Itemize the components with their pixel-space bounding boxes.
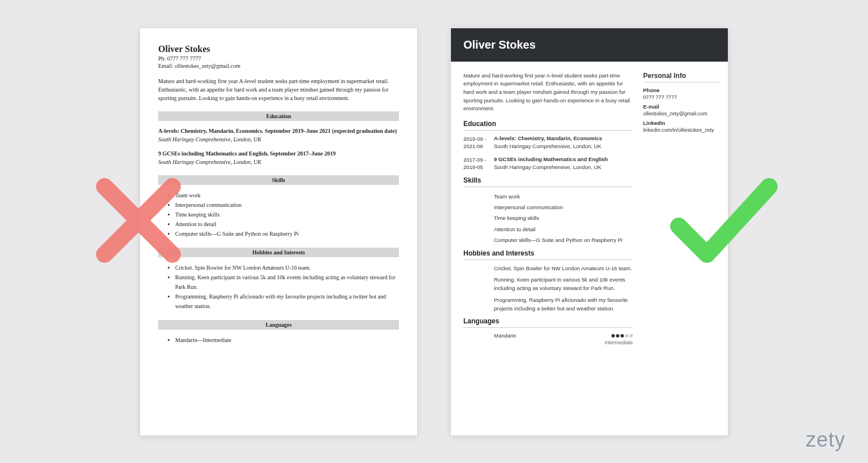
edu-row: 2019-09 - 2021-06 A-levels: Chemistry, M… <box>463 135 633 150</box>
section-skills: Skills <box>463 176 633 187</box>
edu2-date: 2017-09 - 2019-05 <box>463 156 494 171</box>
hobby-item: Running. Keen participant in various 5k … <box>175 272 399 292</box>
skill-item: Time keeping skills <box>494 213 633 223</box>
edu1-sub: South Haringay Comprehensive, London, UK <box>494 143 633 149</box>
name: Oliver Stokes <box>463 38 715 51</box>
hobby-item: Running. Keen participant in various 5k … <box>494 276 633 292</box>
section-education: Education <box>463 120 633 131</box>
section-languages: Languages <box>158 320 399 330</box>
edu2-title: 9 GCSEs including Mathematics and Englis… <box>494 156 633 162</box>
rating-dots-icon <box>611 334 633 337</box>
edu-row: 2017-09 - 2019-05 9 GCSEs including Math… <box>463 156 633 171</box>
skill-item: Team work <box>494 192 633 201</box>
summary: Mature and hard-working first year A-lev… <box>463 72 633 114</box>
main-column: Mature and hard-working first year A-lev… <box>451 62 643 435</box>
header: Oliver Stokes <box>451 28 728 62</box>
phone-label: Phone <box>643 87 720 93</box>
skill-item: Team work <box>175 191 399 200</box>
sidebar-title: Personal Info <box>643 72 720 83</box>
hobby-item: Programming. Raspberry Pi aficionado wit… <box>175 292 399 311</box>
section-education: Education <box>158 111 399 121</box>
lang-item: Mandarin—Intermediate <box>175 335 399 345</box>
email-value: olliestokes_zety@gmail.com <box>643 111 720 116</box>
check-icon <box>662 164 786 277</box>
skill-item: Attention to detail <box>175 219 399 229</box>
name: Oliver Stokes <box>158 44 399 54</box>
languages-list: Mandarin—Intermediate <box>158 335 399 345</box>
hobby-item: Programming. Raspberry Pi aficionado wit… <box>494 296 633 313</box>
skill-item: Computer skills—G Suite and Python on Ra… <box>175 229 399 239</box>
linkedin-value: linkedin.com/in/olliestokes_zety <box>643 127 720 133</box>
brand-logo: zety <box>806 428 845 452</box>
linkedin-label: LinkedIn <box>643 120 720 126</box>
skill-item: Attention to detail <box>494 224 633 234</box>
lang-level: Intermediate <box>463 340 633 345</box>
cross-icon <box>82 164 195 277</box>
hobbies-list: Cricket. Spin Bowler for NW London Amate… <box>463 265 633 313</box>
edu2-title: 9 GCSEs including Mathematics and Englis… <box>158 149 399 158</box>
lang-name: Mandarin <box>494 332 517 339</box>
skill-item: Computer skills—G Suite and Python on Ra… <box>494 235 633 245</box>
skill-item: Interpersonal communication <box>494 202 633 212</box>
section-languages: Languages <box>463 317 633 328</box>
hobby-item: Cricket. Spin Bowler for NW London Amate… <box>494 265 633 273</box>
skills-list: Team work Interpersonal communication Ti… <box>463 192 633 244</box>
phone-value: 0777 777 7777 <box>643 94 720 100</box>
phone: Ph: 0777 777 7777 <box>158 55 399 62</box>
hobby-item: Cricket. Spin Bowler for NW London Amate… <box>175 263 399 272</box>
edu1-sub: South Haringay Comprehensive, London, UK <box>158 135 399 144</box>
lang-row: Mandarin <box>463 332 633 339</box>
email-label: E-mail <box>643 103 720 110</box>
edu1-title: A-levels: Chemistry, Mandarin, Economics <box>494 135 633 141</box>
section-hobbies: Hobbies and Interests <box>463 249 633 260</box>
summary: Mature and hard-working first year A-lev… <box>158 77 399 102</box>
email: Email: olliestokes_zety@gmail.com <box>158 63 399 69</box>
skill-item: Time keeping skills <box>175 210 399 219</box>
edu1-title: A-levels: Chemistry, Mandarin, Economics… <box>158 127 399 135</box>
skill-item: Interpersonal communication <box>175 200 399 210</box>
edu2-sub: South Haringay Comprehensive, London, UK <box>494 164 633 170</box>
edu1-date: 2019-09 - 2021-06 <box>463 135 494 150</box>
